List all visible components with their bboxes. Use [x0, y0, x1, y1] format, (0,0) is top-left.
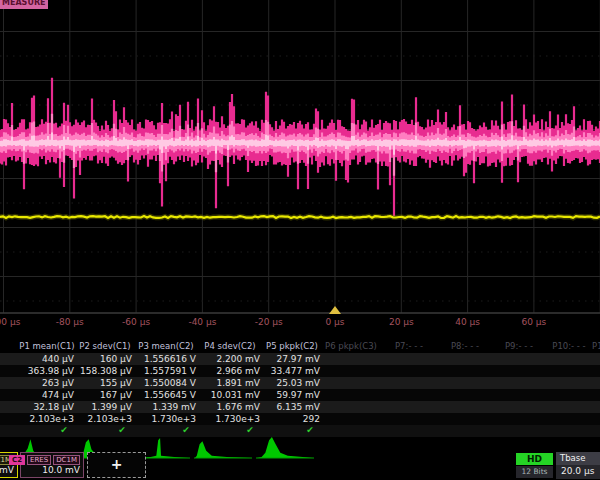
c2-vertical-scale: 10.0 mV — [42, 465, 80, 475]
measure-value-cell: 1.556616 V — [134, 353, 196, 365]
p4-histicon-shape — [195, 441, 251, 458]
measure-value-cell: 33.477 mV — [262, 365, 320, 377]
timebase-scale: 20.0 µs — [556, 465, 600, 479]
measure-value-cell: 1.676 mV — [198, 401, 260, 413]
param-header-p10[interactable]: P10:- - - — [546, 341, 592, 352]
menu-highlight-tab[interactable]: MEASURE — [0, 0, 48, 9]
param-header-p6[interactable]: P6 pkpk(C3) — [320, 341, 382, 352]
measure-value-cell: 59.97 mV — [262, 389, 320, 401]
time-axis-label: -80 µs — [56, 317, 84, 327]
measure-value-cell: 1.556645 V — [134, 389, 196, 401]
measure-value-cell: 2.200 mV — [198, 353, 260, 365]
measure-value-cell: 1.339 mV — [134, 401, 196, 413]
measure-value-cell: 440 µV — [18, 353, 74, 365]
time-axis-label: 20 µs — [389, 317, 414, 327]
param-header-p2[interactable]: P2 sdev(C1) — [76, 341, 134, 352]
plus-icon: + — [111, 456, 123, 472]
measure-value-cell: 1.399 µV — [76, 401, 132, 413]
measure-value-cell: 1.891 mV — [198, 377, 260, 389]
time-axis-label: -100 µs — [0, 317, 20, 327]
time-axis-label: -20 µs — [255, 317, 283, 327]
c2-eres-chip: ERES — [27, 455, 51, 465]
measure-value-cell: 1.550084 V — [134, 377, 196, 389]
c2-channel-tab: C2 — [9, 455, 25, 465]
time-axis-label: 60 µs — [522, 317, 547, 327]
status-row-stripe — [0, 425, 600, 437]
measure-value-cell: 167 µV — [76, 389, 132, 401]
menu-highlight-label: MEASURE — [0, 0, 48, 7]
measure-value-cell: 10.031 mV — [198, 389, 260, 401]
resolution-bits-label: 12 Bits — [516, 466, 553, 478]
status-check-icon: ✔ — [306, 424, 314, 436]
param-header-p5[interactable]: P5 pkpk(C2) — [262, 341, 322, 352]
status-check-icon: ✔ — [182, 424, 190, 436]
time-axis-label: -40 µs — [188, 317, 216, 327]
param-header-p9[interactable]: P9:- - - — [492, 341, 546, 352]
timebase-descriptor[interactable]: Tbase 20.0 µs — [556, 452, 600, 478]
measure-value-cell: 263 µV — [18, 377, 74, 389]
timebase-label: Tbase — [556, 452, 600, 465]
time-axis-label: -60 µs — [122, 317, 150, 327]
time-axis-label: 40 µs — [455, 317, 480, 327]
param-header-p1[interactable]: P1 mean(C1) — [18, 341, 76, 352]
measure-value-cell: 27.97 mV — [262, 353, 320, 365]
status-check-icon: ✔ — [118, 424, 126, 436]
hd-mode-badge[interactable]: HD — [516, 453, 553, 465]
c2-coupling-chip: DC1M — [53, 455, 80, 465]
measure-value-cell: 474 µV — [18, 389, 74, 401]
time-axis: -100 µs-80 µs-60 µs-40 µs-20 µs0 µs20 µs… — [0, 317, 600, 330]
c1-vertical-scale: 10.0 mV — [0, 465, 14, 475]
measure-value-cell: 363.98 µV — [18, 365, 74, 377]
channel-descriptor-c2[interactable]: C2 ERES DC1M 10.0 mV — [20, 452, 84, 478]
measure-value-cell: 32.18 µV — [18, 401, 74, 413]
waveform-display[interactable] — [0, 0, 600, 315]
measure-value-cell: 1.557591 V — [134, 365, 196, 377]
add-trace-slot[interactable]: + — [87, 452, 146, 478]
param-header-p11[interactable]: P11 — [592, 341, 600, 352]
status-check-icon: ✔ — [246, 424, 254, 436]
measure-value-cell: 6.135 mV — [262, 401, 320, 413]
trigger-time-marker[interactable] — [329, 306, 341, 314]
param-header-p8[interactable]: P8:- - - — [438, 341, 492, 352]
p4-histicon[interactable] — [194, 436, 252, 459]
status-check-icon: ✔ — [60, 424, 68, 436]
param-header-p3[interactable]: P3 mean(C2) — [134, 341, 198, 352]
measure-value-cell: 158.308 µV — [76, 365, 132, 377]
time-axis-label: 0 µs — [325, 317, 344, 327]
measure-value-cell: 160 µV — [76, 353, 132, 365]
p5-histicon[interactable] — [256, 436, 314, 459]
measure-value-cell: 155 µV — [76, 377, 132, 389]
p5-histicon-shape — [257, 437, 313, 458]
oscilloscope-screen: MEASURE -100 µs-80 µs-60 µs-40 µs-20 µs0… — [0, 0, 600, 480]
param-header-p4[interactable]: P4 sdev(C2) — [198, 341, 262, 352]
param-header-p7[interactable]: P7:- - - — [382, 341, 436, 352]
measure-value-cell: 25.03 mV — [262, 377, 320, 389]
measure-value-cell: 2.966 mV — [198, 365, 260, 377]
